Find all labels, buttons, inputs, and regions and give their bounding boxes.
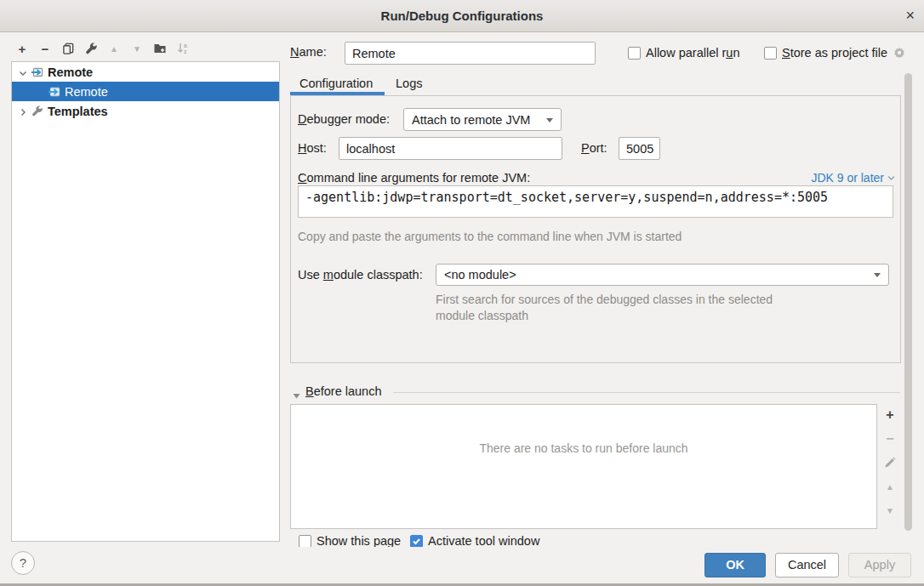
debugger-mode-select[interactable]: Attach to remote JVM bbox=[403, 108, 562, 131]
ok-button[interactable]: OK bbox=[704, 553, 766, 577]
remote-config-icon bbox=[48, 85, 61, 99]
command-line-args-field[interactable]: -agentlib:jdwp=transport=dt_socket,serve… bbox=[298, 185, 893, 218]
move-task-down-icon: ▼ bbox=[883, 504, 897, 517]
before-launch-label[interactable]: Before launch bbox=[305, 384, 381, 398]
host-label: Host: bbox=[298, 141, 327, 155]
new-folder-icon[interactable] bbox=[153, 42, 167, 55]
host-input[interactable]: localhost bbox=[339, 137, 562, 160]
run-debug-configurations-dialog: Run/Debug Configurations × + − ▲ ▼ az bbox=[0, 0, 924, 586]
remote-config-icon bbox=[31, 65, 44, 79]
move-up-icon: ▲ bbox=[107, 42, 121, 55]
move-task-up-icon: ▲ bbox=[883, 480, 897, 493]
svg-text:z: z bbox=[184, 48, 187, 54]
before-launch-task-list[interactable] bbox=[290, 404, 877, 529]
chevron-down-icon bbox=[887, 175, 895, 181]
tree-group-templates[interactable]: Templates bbox=[12, 101, 279, 121]
dialog-title: Run/Debug Configurations bbox=[0, 0, 924, 32]
configurations-toolbar: + − ▲ ▼ az bbox=[15, 40, 190, 57]
command-line-args-label: Command line arguments for remote JVM: bbox=[298, 171, 530, 185]
module-classpath-select[interactable]: <no module> bbox=[436, 264, 889, 286]
show-this-page-label[interactable]: Show this page bbox=[317, 534, 401, 547]
activate-tool-window-checkbox[interactable] bbox=[410, 535, 423, 547]
help-button[interactable]: ? bbox=[11, 551, 35, 575]
tab-configuration[interactable]: Configuration bbox=[299, 77, 373, 90]
move-down-icon: ▼ bbox=[130, 42, 144, 55]
edit-task-pencil-icon bbox=[883, 456, 897, 469]
jdk-version-link[interactable]: JDK 9 or later bbox=[811, 171, 895, 185]
before-launch-toolbar: + − ▲ ▼ bbox=[881, 408, 898, 517]
tree-item-label[interactable]: Templates bbox=[48, 105, 108, 118]
before-launch-empty-text: There are no tasks to run before launch bbox=[290, 441, 877, 455]
remove-configuration-icon[interactable]: − bbox=[38, 42, 52, 55]
tree-item-remote-selected[interactable]: Remote bbox=[12, 82, 279, 101]
module-classpath-label: Use module classpath: bbox=[298, 268, 423, 282]
copy-configuration-icon[interactable] bbox=[61, 42, 75, 55]
sort-configurations-icon: az bbox=[176, 42, 190, 55]
before-launch-separator bbox=[393, 392, 900, 393]
port-label: Port: bbox=[581, 141, 607, 155]
chevron-down-icon bbox=[546, 118, 553, 126]
tree-group-remote[interactable]: Remote bbox=[12, 62, 279, 82]
port-input[interactable]: 5005 bbox=[619, 137, 660, 160]
debugger-mode-label: Debugger mode: bbox=[298, 112, 390, 126]
tab-logs[interactable]: Logs bbox=[396, 77, 422, 90]
add-configuration-icon[interactable]: + bbox=[15, 42, 29, 55]
cancel-button[interactable]: Cancel bbox=[775, 553, 839, 577]
page-options-row: Show this page Activate tool window bbox=[290, 533, 894, 547]
vertical-scrollbar[interactable] bbox=[904, 73, 912, 531]
allow-parallel-run-label[interactable]: Allow parallel run bbox=[646, 46, 739, 60]
activate-tool-window-label[interactable]: Activate tool window bbox=[428, 534, 539, 547]
tree-item-label[interactable]: Remote bbox=[65, 85, 108, 99]
store-as-project-file-checkbox[interactable] bbox=[764, 47, 777, 60]
configurations-tree: Remote Remote Templates bbox=[11, 61, 280, 542]
store-settings-gear-icon[interactable] bbox=[893, 46, 906, 62]
chevron-down-icon[interactable] bbox=[18, 67, 28, 77]
svg-text:a: a bbox=[184, 43, 187, 48]
templates-wrench-icon bbox=[31, 105, 44, 118]
show-this-page-checkbox[interactable] bbox=[299, 535, 311, 547]
allow-parallel-run-checkbox[interactable] bbox=[628, 47, 641, 60]
module-classpath-hint-line2: module classpath bbox=[436, 309, 528, 322]
chevron-down-icon bbox=[874, 273, 881, 281]
name-input[interactable]: Remote bbox=[345, 42, 596, 65]
add-task-icon[interactable]: + bbox=[883, 408, 897, 422]
before-launch-collapse-icon[interactable] bbox=[293, 388, 300, 401]
apply-button: Apply bbox=[848, 553, 911, 577]
store-as-project-file-label[interactable]: Store as project file bbox=[782, 46, 887, 60]
command-line-args-hint: Copy and paste the arguments to the comm… bbox=[298, 230, 682, 243]
name-label: Name: bbox=[290, 45, 327, 59]
edit-templates-wrench-icon[interactable] bbox=[84, 42, 98, 55]
remove-task-icon: − bbox=[883, 432, 897, 446]
title-bar: Run/Debug Configurations × bbox=[0, 0, 924, 32]
close-icon[interactable]: × bbox=[905, 0, 915, 32]
chevron-right-icon[interactable] bbox=[18, 106, 28, 117]
module-classpath-hint-line1: First search for sources of the debugged… bbox=[436, 293, 773, 306]
tree-item-label[interactable]: Remote bbox=[48, 65, 93, 79]
